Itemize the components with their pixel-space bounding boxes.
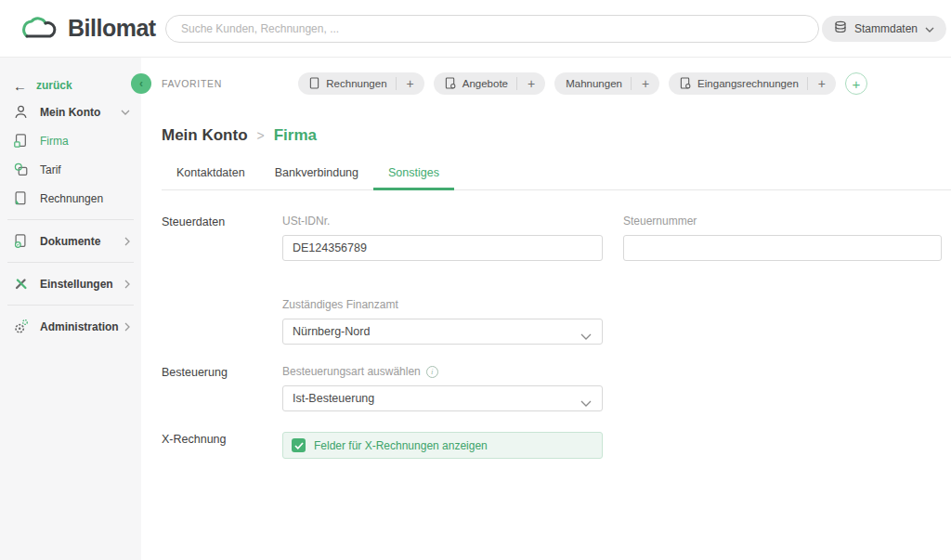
favorite-pill-angebote[interactable]: Angebote + bbox=[434, 72, 545, 95]
tab-bar: Kontaktdaten Bankverbindung Sonstiges bbox=[162, 166, 951, 190]
sidebar-item-administration[interactable]: Administration bbox=[0, 312, 141, 341]
xrechnung-checkbox-label: Felder für X-Rechnungen anzeigen bbox=[314, 439, 488, 452]
stammdaten-button[interactable]: Stammdaten bbox=[822, 16, 946, 42]
chevron-right-icon bbox=[124, 280, 130, 289]
sidebar-back-button[interactable]: ← zurück bbox=[0, 73, 141, 98]
finanzamt-row: Zuständiges Finanzamt Nürnberg-Nord bbox=[162, 298, 951, 345]
sidebar: ← zurück Mein Konto Firma bbox=[0, 58, 141, 560]
arrow-left-icon: ← bbox=[13, 78, 27, 94]
besteuerung-row: Besteuerung Besteuerungsart auswählen i … bbox=[162, 365, 951, 411]
add-favorite-button[interactable]: + bbox=[845, 72, 867, 95]
company-document-icon bbox=[13, 133, 31, 149]
chevron-down-icon bbox=[121, 110, 130, 115]
sidebar-item-label: Tarif bbox=[40, 163, 61, 176]
sidebar-item-rechnungen[interactable]: Rechnungen bbox=[0, 184, 141, 213]
pill-divider bbox=[516, 77, 517, 90]
steuerdaten-row: Steuerdaten USt-IDNr. Steuernummer bbox=[162, 215, 951, 261]
chevron-right-icon bbox=[124, 237, 130, 246]
favorite-pill-label: Angebote bbox=[462, 78, 508, 89]
sidebar-item-label: Firma bbox=[40, 135, 69, 148]
sidebar-item-firma[interactable]: Firma bbox=[0, 126, 141, 155]
checkbox-checked-icon[interactable] bbox=[292, 438, 306, 452]
besteuerungsart-select[interactable]: Ist-Besteuerung bbox=[282, 385, 603, 411]
xrechnung-checkbox-box[interactable]: Felder für X-Rechnungen anzeigen bbox=[282, 432, 603, 459]
stammdaten-label: Stammdaten bbox=[854, 22, 918, 35]
sidebar-item-label: Mein Konto bbox=[40, 106, 100, 119]
pill-divider bbox=[631, 77, 632, 90]
chevron-right-icon bbox=[124, 322, 130, 332]
search-input[interactable] bbox=[165, 15, 819, 43]
document-icon bbox=[445, 77, 456, 91]
favorite-pill-label: Mahnungen bbox=[566, 78, 622, 89]
finanzamt-select[interactable]: Nürnberg-Nord bbox=[282, 319, 603, 345]
steuernummer-input[interactable] bbox=[623, 235, 942, 261]
sidebar-divider bbox=[7, 262, 134, 263]
favorite-pill-label: Rechnungen bbox=[326, 78, 386, 89]
cloud-logo-icon bbox=[17, 13, 59, 45]
steuernummer-label: Steuernummer bbox=[623, 215, 942, 228]
sonstiges-form: Steuerdaten USt-IDNr. Steuernummer Zustä… bbox=[141, 190, 951, 459]
besteuerungsart-value: Ist-Besteuerung bbox=[293, 392, 374, 405]
sidebar-item-einstellungen[interactable]: Einstellungen bbox=[0, 269, 141, 298]
add-favorite-plus[interactable]: + bbox=[526, 76, 537, 91]
documents-check-icon bbox=[13, 233, 31, 249]
breadcrumb-current: Firma bbox=[274, 126, 317, 145]
tools-icon bbox=[13, 276, 31, 292]
besteuerungsart-label: Besteuerungsart auswählen bbox=[282, 365, 421, 378]
section-label-xrechnung: X-Rechnung bbox=[162, 432, 282, 459]
pill-divider bbox=[396, 77, 397, 90]
sidebar-divider bbox=[7, 219, 134, 220]
add-favorite-plus[interactable]: + bbox=[405, 76, 416, 91]
document-icon bbox=[680, 77, 691, 91]
sidebar-item-tarif[interactable]: Tarif bbox=[0, 155, 141, 184]
sidebar-item-label: Administration bbox=[40, 320, 119, 333]
back-label: zurück bbox=[36, 79, 72, 92]
tab-kontaktdaten[interactable]: Kontaktdaten bbox=[162, 166, 260, 190]
top-header: Billomat Stammdaten bbox=[0, 0, 951, 58]
sidebar-item-mein-konto[interactable]: Mein Konto bbox=[0, 98, 141, 126]
main-content: FAVORITEN Rechnungen + bbox=[141, 58, 951, 560]
favorite-pill-label: Eingangsrechnungen bbox=[697, 78, 799, 89]
gears-icon bbox=[13, 319, 31, 334]
user-icon bbox=[13, 104, 31, 120]
chevron-down-icon bbox=[580, 397, 592, 410]
add-favorite-plus[interactable]: + bbox=[816, 76, 827, 91]
billomat-logo[interactable]: Billomat bbox=[0, 13, 165, 45]
favorites-title: FAVORITEN bbox=[162, 78, 222, 89]
favorite-pill-mahnungen[interactable]: Mahnungen + bbox=[554, 72, 659, 95]
ustid-input[interactable] bbox=[282, 235, 603, 261]
breadcrumb: Mein Konto > Firma bbox=[162, 126, 951, 145]
database-icon bbox=[834, 20, 847, 36]
breadcrumb-separator: > bbox=[257, 128, 265, 143]
pill-divider bbox=[807, 77, 808, 90]
section-label-besteuerung: Besteuerung bbox=[162, 365, 282, 411]
sidebar-divider bbox=[7, 305, 134, 306]
sidebar-item-label: Dokumente bbox=[40, 235, 100, 248]
sidebar-item-label: Einstellungen bbox=[40, 278, 113, 291]
favorites-bar: FAVORITEN Rechnungen + bbox=[141, 58, 951, 110]
document-icon bbox=[309, 77, 319, 91]
xrechnung-row: X-Rechnung Felder für X-Rechnungen anzei… bbox=[162, 432, 951, 459]
sidebar-item-dokumente[interactable]: Dokumente bbox=[0, 227, 141, 255]
chevron-down-icon bbox=[925, 22, 934, 35]
finanzamt-label: Zuständiges Finanzamt bbox=[282, 298, 603, 311]
tab-bankverbindung[interactable]: Bankverbindung bbox=[260, 166, 373, 190]
info-icon[interactable]: i bbox=[426, 366, 438, 378]
ustid-label: USt-IDNr. bbox=[282, 215, 603, 228]
sidebar-item-label: Rechnungen bbox=[40, 192, 103, 205]
add-favorite-plus[interactable]: + bbox=[640, 76, 651, 91]
invoice-document-icon bbox=[13, 190, 31, 206]
tag-icon bbox=[13, 162, 31, 177]
favorite-pill-rechnungen[interactable]: Rechnungen + bbox=[298, 72, 423, 95]
logo-text: Billomat bbox=[68, 15, 156, 42]
favorite-pill-eingangsrechnungen[interactable]: Eingangsrechnungen + bbox=[669, 72, 836, 95]
chevron-down-icon bbox=[580, 330, 592, 343]
breadcrumb-parent[interactable]: Mein Konto bbox=[162, 126, 248, 145]
plus-icon: + bbox=[853, 76, 861, 92]
tab-sonstiges[interactable]: Sonstiges bbox=[373, 166, 454, 190]
finanzamt-value: Nürnberg-Nord bbox=[293, 325, 370, 338]
sidebar-collapse-toggle[interactable]: ‹ bbox=[131, 73, 151, 94]
section-label-steuerdaten: Steuerdaten bbox=[162, 215, 282, 261]
